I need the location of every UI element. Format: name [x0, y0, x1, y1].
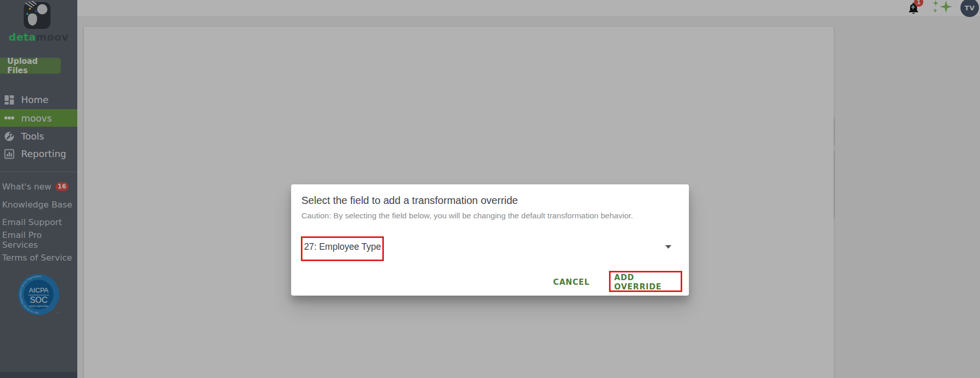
chevron-down-icon: [665, 245, 671, 249]
cancel-button[interactable]: CANCEL: [548, 274, 595, 290]
dialog-caution-text: Caution: By selecting the field below, y…: [301, 211, 633, 220]
annotation-box-select: [301, 236, 384, 261]
dialog-title: Select the field to add a transformation…: [301, 195, 518, 207]
annotation-box-add-override: [609, 271, 682, 292]
